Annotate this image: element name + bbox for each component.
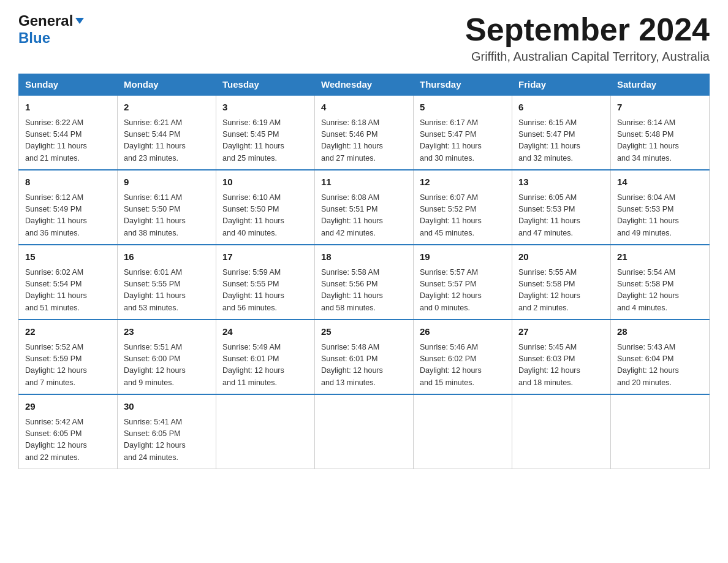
day-number: 4 bbox=[321, 101, 407, 115]
day-info: Sunrise: 6:07 AMSunset: 5:52 PMDaylight:… bbox=[420, 192, 506, 240]
logo-arrow-icon bbox=[74, 15, 85, 27]
calendar-cell: 20Sunrise: 5:55 AMSunset: 5:58 PMDayligh… bbox=[512, 245, 611, 320]
calendar-cell: 11Sunrise: 6:08 AMSunset: 5:51 PMDayligh… bbox=[315, 170, 414, 245]
day-info: Sunrise: 6:18 AMSunset: 5:46 PMDaylight:… bbox=[321, 117, 407, 165]
day-info: Sunrise: 6:21 AMSunset: 5:44 PMDaylight:… bbox=[124, 117, 210, 165]
logo: General Blue bbox=[18, 12, 85, 47]
day-info: Sunrise: 6:02 AMSunset: 5:54 PMDaylight:… bbox=[25, 267, 111, 315]
col-header-thursday: Thursday bbox=[414, 74, 512, 96]
day-info: Sunrise: 5:55 AMSunset: 5:58 PMDaylight:… bbox=[518, 267, 604, 315]
calendar-cell bbox=[216, 394, 315, 469]
day-number: 19 bbox=[420, 250, 506, 264]
calendar-cell: 17Sunrise: 5:59 AMSunset: 5:55 PMDayligh… bbox=[216, 245, 315, 320]
day-info: Sunrise: 5:51 AMSunset: 6:00 PMDaylight:… bbox=[124, 342, 210, 389]
calendar-cell: 6Sunrise: 6:15 AMSunset: 5:47 PMDaylight… bbox=[512, 95, 611, 170]
day-info: Sunrise: 6:10 AMSunset: 5:50 PMDaylight:… bbox=[222, 192, 308, 240]
day-info: Sunrise: 6:04 AMSunset: 5:53 PMDaylight:… bbox=[617, 192, 703, 240]
calendar-cell: 4Sunrise: 6:18 AMSunset: 5:46 PMDaylight… bbox=[315, 95, 414, 170]
day-number: 12 bbox=[420, 175, 506, 190]
col-header-monday: Monday bbox=[118, 74, 216, 96]
calendar-cell bbox=[315, 394, 414, 469]
day-number: 21 bbox=[617, 250, 703, 264]
col-header-sunday: Sunday bbox=[19, 74, 118, 96]
day-info: Sunrise: 5:52 AMSunset: 5:59 PMDaylight:… bbox=[25, 342, 111, 389]
day-info: Sunrise: 5:49 AMSunset: 6:01 PMDaylight:… bbox=[222, 342, 308, 389]
day-number: 22 bbox=[25, 325, 111, 339]
calendar-cell bbox=[512, 394, 611, 469]
day-number: 29 bbox=[25, 400, 111, 414]
day-info: Sunrise: 5:41 AMSunset: 6:05 PMDaylight:… bbox=[124, 416, 210, 464]
calendar-cell: 5Sunrise: 6:17 AMSunset: 5:47 PMDaylight… bbox=[414, 95, 512, 170]
day-number: 6 bbox=[518, 101, 604, 115]
calendar-cell: 22Sunrise: 5:52 AMSunset: 5:59 PMDayligh… bbox=[19, 320, 118, 394]
calendar-cell bbox=[611, 394, 710, 469]
calendar-cell: 13Sunrise: 6:05 AMSunset: 5:53 PMDayligh… bbox=[512, 170, 611, 245]
col-header-friday: Friday bbox=[512, 74, 611, 96]
day-number: 5 bbox=[420, 101, 506, 115]
page-header: General Blue September 2024 Griffith, Au… bbox=[18, 12, 710, 64]
day-number: 27 bbox=[518, 325, 604, 339]
day-info: Sunrise: 6:01 AMSunset: 5:55 PMDaylight:… bbox=[124, 267, 210, 315]
day-number: 8 bbox=[25, 175, 111, 190]
day-info: Sunrise: 6:19 AMSunset: 5:45 PMDaylight:… bbox=[222, 117, 308, 165]
calendar-cell: 3Sunrise: 6:19 AMSunset: 5:45 PMDaylight… bbox=[216, 95, 315, 170]
calendar-cell: 30Sunrise: 5:41 AMSunset: 6:05 PMDayligh… bbox=[118, 394, 216, 469]
logo-general-text: General bbox=[18, 12, 73, 29]
calendar-cell: 9Sunrise: 6:11 AMSunset: 5:50 PMDaylight… bbox=[118, 170, 216, 245]
day-number: 13 bbox=[518, 175, 604, 190]
week-row-1: 1Sunrise: 6:22 AMSunset: 5:44 PMDaylight… bbox=[19, 95, 710, 170]
day-info: Sunrise: 5:54 AMSunset: 5:58 PMDaylight:… bbox=[617, 267, 703, 315]
calendar-cell: 24Sunrise: 5:49 AMSunset: 6:01 PMDayligh… bbox=[216, 320, 315, 394]
calendar-cell: 26Sunrise: 5:46 AMSunset: 6:02 PMDayligh… bbox=[414, 320, 512, 394]
day-info: Sunrise: 5:43 AMSunset: 6:04 PMDaylight:… bbox=[617, 342, 703, 389]
logo-blue-text: Blue bbox=[18, 29, 50, 47]
day-info: Sunrise: 5:45 AMSunset: 6:03 PMDaylight:… bbox=[518, 342, 604, 389]
week-row-4: 22Sunrise: 5:52 AMSunset: 5:59 PMDayligh… bbox=[19, 320, 710, 394]
calendar-cell: 12Sunrise: 6:07 AMSunset: 5:52 PMDayligh… bbox=[414, 170, 512, 245]
title-area: September 2024 Griffith, Australian Capi… bbox=[465, 12, 710, 64]
day-info: Sunrise: 5:59 AMSunset: 5:55 PMDaylight:… bbox=[222, 267, 308, 315]
calendar-cell: 1Sunrise: 6:22 AMSunset: 5:44 PMDaylight… bbox=[19, 95, 118, 170]
calendar-cell: 2Sunrise: 6:21 AMSunset: 5:44 PMDaylight… bbox=[118, 95, 216, 170]
day-info: Sunrise: 6:17 AMSunset: 5:47 PMDaylight:… bbox=[420, 117, 506, 165]
day-info: Sunrise: 5:48 AMSunset: 6:01 PMDaylight:… bbox=[321, 342, 407, 389]
calendar-cell: 21Sunrise: 5:54 AMSunset: 5:58 PMDayligh… bbox=[611, 245, 710, 320]
location-subtitle: Griffith, Australian Capital Territory, … bbox=[465, 50, 710, 64]
day-number: 14 bbox=[617, 175, 703, 190]
day-number: 15 bbox=[25, 250, 111, 264]
day-info: Sunrise: 6:14 AMSunset: 5:48 PMDaylight:… bbox=[617, 117, 703, 165]
day-number: 9 bbox=[124, 175, 210, 190]
day-number: 30 bbox=[124, 400, 210, 414]
col-header-tuesday: Tuesday bbox=[216, 74, 315, 96]
week-row-2: 8Sunrise: 6:12 AMSunset: 5:49 PMDaylight… bbox=[19, 170, 710, 245]
calendar-cell: 10Sunrise: 6:10 AMSunset: 5:50 PMDayligh… bbox=[216, 170, 315, 245]
calendar-cell: 16Sunrise: 6:01 AMSunset: 5:55 PMDayligh… bbox=[118, 245, 216, 320]
calendar-cell: 19Sunrise: 5:57 AMSunset: 5:57 PMDayligh… bbox=[414, 245, 512, 320]
day-info: Sunrise: 6:05 AMSunset: 5:53 PMDaylight:… bbox=[518, 192, 604, 240]
day-info: Sunrise: 5:42 AMSunset: 6:05 PMDaylight:… bbox=[25, 416, 111, 464]
day-number: 3 bbox=[222, 101, 308, 115]
calendar-cell: 15Sunrise: 6:02 AMSunset: 5:54 PMDayligh… bbox=[19, 245, 118, 320]
day-info: Sunrise: 6:22 AMSunset: 5:44 PMDaylight:… bbox=[25, 117, 111, 165]
calendar-cell bbox=[414, 394, 512, 469]
calendar-cell: 25Sunrise: 5:48 AMSunset: 6:01 PMDayligh… bbox=[315, 320, 414, 394]
calendar-cell: 14Sunrise: 6:04 AMSunset: 5:53 PMDayligh… bbox=[611, 170, 710, 245]
calendar-cell: 27Sunrise: 5:45 AMSunset: 6:03 PMDayligh… bbox=[512, 320, 611, 394]
col-header-wednesday: Wednesday bbox=[315, 74, 414, 96]
day-number: 23 bbox=[124, 325, 210, 339]
day-number: 20 bbox=[518, 250, 604, 264]
calendar-cell: 29Sunrise: 5:42 AMSunset: 6:05 PMDayligh… bbox=[19, 394, 118, 469]
day-number: 28 bbox=[617, 325, 703, 339]
calendar-header-row: SundayMondayTuesdayWednesdayThursdayFrid… bbox=[19, 74, 710, 96]
day-number: 17 bbox=[222, 250, 308, 264]
day-info: Sunrise: 6:11 AMSunset: 5:50 PMDaylight:… bbox=[124, 192, 210, 240]
day-info: Sunrise: 5:57 AMSunset: 5:57 PMDaylight:… bbox=[420, 267, 506, 315]
day-info: Sunrise: 5:46 AMSunset: 6:02 PMDaylight:… bbox=[420, 342, 506, 389]
month-title: September 2024 bbox=[465, 12, 710, 47]
calendar-cell: 7Sunrise: 6:14 AMSunset: 5:48 PMDaylight… bbox=[611, 95, 710, 170]
col-header-saturday: Saturday bbox=[611, 74, 710, 96]
day-number: 18 bbox=[321, 250, 407, 264]
day-number: 11 bbox=[321, 175, 407, 190]
calendar-cell: 23Sunrise: 5:51 AMSunset: 6:00 PMDayligh… bbox=[118, 320, 216, 394]
day-info: Sunrise: 6:12 AMSunset: 5:49 PMDaylight:… bbox=[25, 192, 111, 240]
